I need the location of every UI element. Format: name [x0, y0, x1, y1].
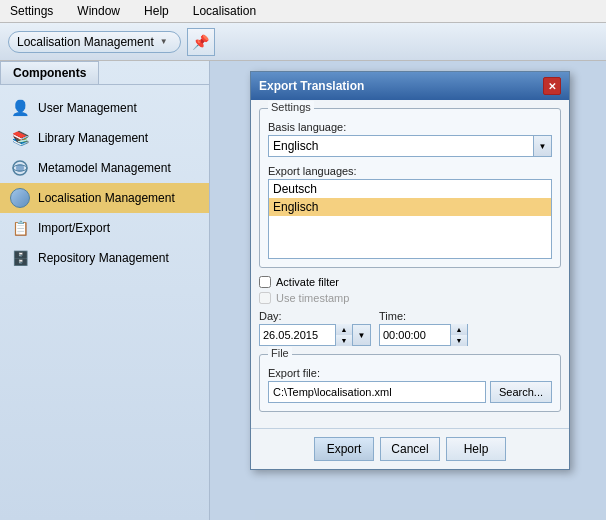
- export-button[interactable]: Export: [314, 437, 374, 461]
- settings-group: Settings Basis language: ▼ Export langua…: [259, 108, 561, 268]
- library-icon: 📚: [10, 128, 30, 148]
- menu-window[interactable]: Window: [71, 2, 126, 20]
- day-spin-down[interactable]: ▼: [336, 335, 352, 346]
- basis-language-label: Basis language:: [268, 121, 552, 133]
- content-area: Components 👤 User Management 📚 Library M…: [0, 61, 606, 520]
- day-label: Day:: [259, 310, 371, 322]
- day-spin-buttons: ▲ ▼: [335, 324, 352, 346]
- time-input-wrap: ▲ ▼: [379, 324, 468, 346]
- menu-localisation[interactable]: Localisation: [187, 2, 262, 20]
- toolbar: Localisation Management ▼ 📌: [0, 23, 606, 61]
- settings-group-title: Settings: [268, 101, 314, 113]
- file-group-title: File: [268, 347, 292, 359]
- activate-filter-row: Activate filter: [259, 276, 561, 288]
- basis-language-dropdown-button[interactable]: ▼: [534, 135, 552, 157]
- localisation-icon: [10, 188, 30, 208]
- nav-label-metamodel-management: Metamodel Management: [38, 161, 171, 175]
- day-spin-up[interactable]: ▲: [336, 324, 352, 335]
- export-file-row: Search...: [268, 381, 552, 403]
- sidebar-item-metamodel-management[interactable]: Metamodel Management: [0, 153, 209, 183]
- export-file-label: Export file:: [268, 367, 552, 379]
- export-languages-list[interactable]: Deutsch Englisch: [268, 179, 552, 259]
- export-languages-label: Export languages:: [268, 165, 552, 177]
- export-file-input[interactable]: [268, 381, 486, 403]
- activate-filter-checkbox[interactable]: [259, 276, 271, 288]
- sidebar-item-localisation-management[interactable]: Localisation Management: [0, 183, 209, 213]
- chevron-down-icon: ▼: [160, 37, 168, 46]
- import-export-icon: 📋: [10, 218, 30, 238]
- day-input[interactable]: [260, 325, 335, 345]
- main-area: Export Translation ✕ Settings Basis lang…: [210, 61, 606, 520]
- toolbar-button-label: Localisation Management: [17, 35, 154, 49]
- tab-components[interactable]: Components: [0, 61, 99, 84]
- lang-item-englisch[interactable]: Englisch: [269, 198, 551, 216]
- user-icon: 👤: [10, 98, 30, 118]
- sidebar: Components 👤 User Management 📚 Library M…: [0, 61, 210, 520]
- use-timestamp-checkbox[interactable]: [259, 292, 271, 304]
- pin-icon: 📌: [192, 34, 209, 50]
- time-spin-buttons: ▲ ▼: [450, 324, 467, 346]
- nav-label-user-management: User Management: [38, 101, 137, 115]
- settings-group-content: Basis language: ▼ Export languages: Deut…: [268, 121, 552, 259]
- basis-language-input[interactable]: [268, 135, 534, 157]
- time-spin-down[interactable]: ▼: [451, 335, 467, 346]
- nav-label-import-export: Import/Export: [38, 221, 110, 235]
- datetime-row: Day: ▲ ▼ ▼ Time:: [259, 310, 561, 346]
- activate-filter-label: Activate filter: [276, 276, 339, 288]
- lang-item-deutsch[interactable]: Deutsch: [269, 180, 551, 198]
- sidebar-item-import-export[interactable]: 📋 Import/Export: [0, 213, 209, 243]
- metamodel-icon: [10, 158, 30, 178]
- file-group-content: Export file: Search...: [268, 367, 552, 403]
- time-label: Time:: [379, 310, 468, 322]
- export-translation-dialog: Export Translation ✕ Settings Basis lang…: [250, 71, 570, 470]
- search-button[interactable]: Search...: [490, 381, 552, 403]
- dialog-body: Settings Basis language: ▼ Export langua…: [251, 100, 569, 428]
- repository-icon: 🗄️: [10, 248, 30, 268]
- help-button[interactable]: Help: [446, 437, 506, 461]
- use-timestamp-row: Use timestamp: [259, 292, 561, 304]
- dialog-close-button[interactable]: ✕: [543, 77, 561, 95]
- sidebar-item-library-management[interactable]: 📚 Library Management: [0, 123, 209, 153]
- use-timestamp-label: Use timestamp: [276, 292, 349, 304]
- nav-label-localisation-management: Localisation Management: [38, 191, 175, 205]
- day-input-wrap: ▲ ▼ ▼: [259, 324, 371, 346]
- day-field: Day: ▲ ▼ ▼: [259, 310, 371, 346]
- time-field: Time: ▲ ▼: [379, 310, 468, 346]
- filter-options: Activate filter Use timestamp: [259, 276, 561, 304]
- dialog-titlebar: Export Translation ✕: [251, 72, 569, 100]
- time-spin-up[interactable]: ▲: [451, 324, 467, 335]
- sidebar-tabs: Components: [0, 61, 209, 85]
- menu-help[interactable]: Help: [138, 2, 175, 20]
- pin-button[interactable]: 📌: [187, 28, 215, 56]
- nav-label-repository-management: Repository Management: [38, 251, 169, 265]
- sidebar-nav: 👤 User Management 📚 Library Management: [0, 85, 209, 520]
- localisation-management-button[interactable]: Localisation Management ▼: [8, 31, 181, 53]
- dialog-title: Export Translation: [259, 79, 364, 93]
- menubar: Settings Window Help Localisation: [0, 0, 606, 23]
- dialog-footer: Export Cancel Help: [251, 428, 569, 469]
- cancel-button[interactable]: Cancel: [380, 437, 440, 461]
- nav-label-library-management: Library Management: [38, 131, 148, 145]
- day-dropdown-button[interactable]: ▼: [352, 325, 370, 345]
- sidebar-item-user-management[interactable]: 👤 User Management: [0, 93, 209, 123]
- file-group: File Export file: Search...: [259, 354, 561, 412]
- sidebar-item-repository-management[interactable]: 🗄️ Repository Management: [0, 243, 209, 273]
- time-input[interactable]: [380, 325, 450, 345]
- menu-settings[interactable]: Settings: [4, 2, 59, 20]
- app-container: Localisation Management ▼ 📌 Components 👤…: [0, 23, 606, 520]
